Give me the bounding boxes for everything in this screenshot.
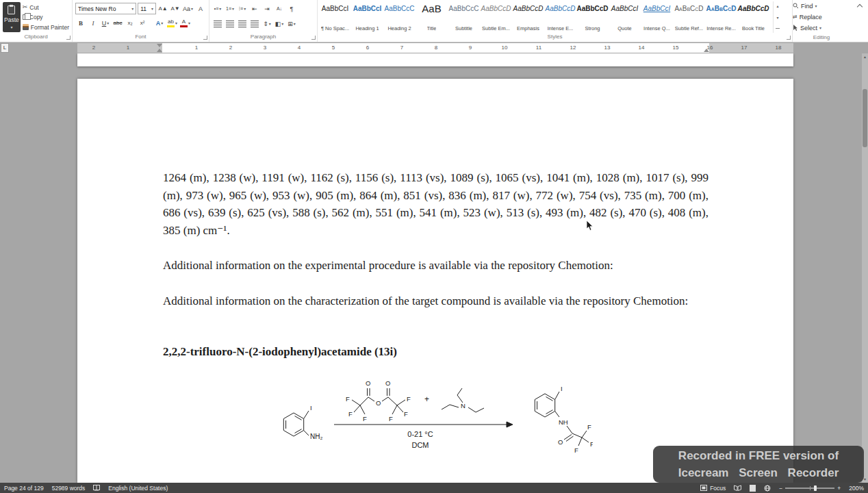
format-painter-button[interactable]: Format Painter: [23, 23, 69, 31]
paragraph-ir-data[interactable]: 1264 (m), 1238 (w), 1191 (w), 1162 (s), …: [163, 169, 709, 239]
bold-button[interactable]: B: [75, 18, 86, 29]
borders-button[interactable]: ⊞▾: [286, 18, 297, 29]
align-center-button[interactable]: [225, 18, 235, 29]
scroll-up-button[interactable]: ▴: [862, 53, 868, 60]
proofing-status-icon[interactable]: [89, 485, 104, 491]
styles-scroll-up-button[interactable]: ▴: [774, 1, 782, 10]
style-quote[interactable]: AaBbCcIQuote: [609, 1, 641, 33]
ribbon-group-font: Times New Ro ▾ 11 ▾ A▲ A▼ Aa▾ A B I U▾ a…: [73, 0, 209, 42]
atom-label: NH₂: [310, 433, 322, 440]
style-subtitle[interactable]: AaBbCcCSubtitle: [448, 1, 480, 33]
style-intense-emphasis[interactable]: AaBbCcDIntense E...: [544, 1, 576, 33]
focus-mode-button[interactable]: Focus: [696, 485, 730, 492]
paragraph-additional-1[interactable]: Additional information on the experiment…: [163, 257, 709, 275]
paste-button[interactable]: Paste ▾: [3, 2, 21, 32]
style-title[interactable]: AaBTitle: [416, 1, 448, 33]
font-color-button[interactable]: A▾: [179, 18, 191, 29]
language-indicator[interactable]: English (United States): [104, 485, 172, 492]
zoom-slider-thumb[interactable]: [814, 485, 817, 491]
document-page[interactable]: 1264 (m), 1238 (w), 1191 (w), 1162 (s), …: [77, 79, 793, 483]
scrollbar-thumb[interactable]: [863, 89, 867, 147]
multilevel-list-button[interactable]: ⁝≡▾: [237, 3, 248, 14]
font-name-value: Times New Ro: [78, 5, 116, 12]
collapse-ribbon-button[interactable]: [857, 3, 863, 8]
line-spacing-button[interactable]: ⇕▾: [261, 18, 272, 29]
format-painter-icon: [23, 24, 29, 30]
italic-button[interactable]: I: [88, 18, 99, 29]
style-intense-quote[interactable]: AaBbCcIIntense Q...: [641, 1, 673, 33]
text-effects-button[interactable]: A▾: [154, 18, 165, 29]
right-indent-marker[interactable]: [704, 49, 709, 52]
word-count[interactable]: 52989 words: [48, 485, 90, 492]
paste-clipboard-icon: [8, 5, 15, 14]
strikethrough-button[interactable]: abc: [112, 18, 123, 29]
recorder-watermark-line2: Icecream Screen Recorder: [678, 464, 839, 481]
replace-button[interactable]: ⇄ Replace: [793, 12, 850, 21]
hanging-indent-marker[interactable]: [157, 49, 162, 52]
style-subtle-reference[interactable]: AaBbCcDSubtle Ref...: [673, 1, 705, 33]
shading-button[interactable]: ◧▾: [274, 18, 285, 29]
first-line-indent-marker[interactable]: [157, 44, 162, 47]
decrease-indent-button[interactable]: ⇤: [249, 3, 260, 14]
clipboard-group-label: Clipboard: [24, 34, 47, 40]
show-marks-button[interactable]: ¶: [286, 3, 297, 14]
paragraph-dialog-launcher-icon[interactable]: [311, 36, 316, 40]
style-heading-1[interactable]: AaBbCcIHeading 1: [351, 1, 383, 33]
grow-font-button[interactable]: A▲: [157, 3, 168, 14]
copy-button[interactable]: Copy: [23, 13, 69, 22]
font-name-combo[interactable]: Times New Ro ▾: [75, 3, 136, 14]
styles-dialog-launcher-icon[interactable]: [787, 36, 791, 40]
zoom-in-button[interactable]: +: [837, 485, 845, 492]
find-button[interactable]: Find ▾: [793, 1, 850, 10]
cut-button[interactable]: ✂ Cut: [23, 3, 69, 12]
sort-button[interactable]: A↓: [274, 3, 285, 14]
vertical-scrollbar[interactable]: ▴ ▾: [862, 53, 868, 483]
styles-more-button[interactable]: [774, 24, 782, 33]
atom-label: F: [363, 415, 367, 422]
subscript-button[interactable]: x₂: [125, 18, 136, 29]
atom-label: F: [590, 440, 593, 448]
font-size-combo[interactable]: 11 ▾: [138, 3, 156, 14]
select-button[interactable]: Select ▾: [793, 23, 850, 32]
recorder-watermark-line1: Recorded in FREE version of: [678, 447, 839, 464]
style-strong[interactable]: AaBbCcDStrong: [576, 1, 609, 33]
increase-indent-button[interactable]: ⇥: [261, 3, 272, 14]
page-indicator[interactable]: Page 24 of 129: [0, 485, 48, 492]
reaction-scheme[interactable]: I NH₂ O O O F F F F F F + N I NH O F: [271, 371, 709, 462]
style-book-title[interactable]: AaBbCcDBook Title: [737, 1, 769, 33]
print-layout-button[interactable]: [745, 485, 760, 492]
compound-heading[interactable]: 2,2,2-trifluoro-N-(2-iodophenyl)acetamid…: [163, 343, 709, 361]
zoom-level[interactable]: 200%: [845, 485, 868, 492]
find-label: Find: [801, 3, 813, 10]
style-subtle-emphasis[interactable]: AaBbCcDSubtle Em...: [480, 1, 512, 33]
previous-page-bottom[interactable]: [77, 53, 793, 66]
shrink-font-button[interactable]: A▼: [170, 3, 181, 14]
font-dialog-launcher-icon[interactable]: [203, 36, 207, 40]
change-case-button[interactable]: Aa▾: [182, 3, 194, 14]
styles-scroll-down-button[interactable]: ▾: [774, 13, 782, 22]
text-effects-label: A: [156, 20, 161, 27]
paragraph-additional-2[interactable]: Additional information on the characteri…: [163, 292, 709, 310]
align-right-button[interactable]: [237, 18, 248, 29]
highlight-button[interactable]: ab▾: [166, 18, 178, 29]
underline-button[interactable]: U▾: [100, 18, 111, 29]
read-mode-button[interactable]: [730, 485, 745, 491]
zoom-out-button[interactable]: −: [775, 485, 782, 492]
align-center-icon: [226, 21, 234, 27]
style-heading-2[interactable]: AaBbCcCHeading 2: [383, 1, 416, 33]
style-no-spacing[interactable]: AaBbCcI¶ No Spac...: [319, 1, 351, 33]
clipboard-dialog-launcher-icon[interactable]: [66, 36, 71, 40]
tab-stop-selector[interactable]: L: [1, 43, 9, 53]
print-layout-icon: [750, 485, 756, 492]
numbering-button[interactable]: 1≡▾: [225, 3, 235, 14]
superscript-button[interactable]: x²: [137, 18, 148, 29]
justify-button[interactable]: [249, 18, 260, 29]
bullets-button[interactable]: •≡▾: [212, 3, 223, 14]
style-intense-reference[interactable]: AaBbCcDIntense Re...: [705, 1, 737, 33]
paste-dropdown-icon[interactable]: ▾: [10, 25, 12, 29]
style-emphasis[interactable]: AaBbCcDEmphasis: [512, 1, 544, 33]
web-layout-button[interactable]: [760, 485, 775, 492]
align-left-button[interactable]: [212, 18, 223, 29]
clear-formatting-button[interactable]: A: [195, 3, 206, 14]
zoom-slider[interactable]: [785, 485, 834, 492]
